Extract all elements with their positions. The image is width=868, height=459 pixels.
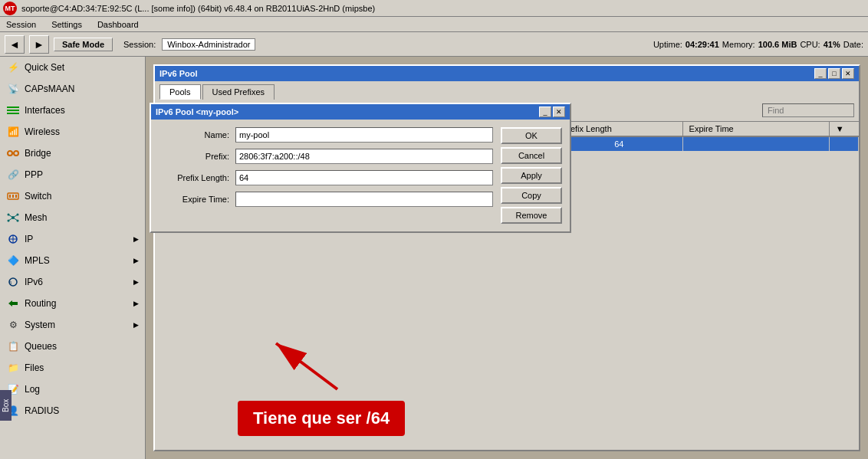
main-layout: ⚡ Quick Set 📡 CAPsMAAN Interfaces 📶 Wire… [0, 57, 868, 459]
svg-rect-0 [7, 107, 19, 108]
arrow-annotation: Tiene que ser /64 [238, 401, 405, 436]
minimize-button[interactable]: _ [814, 68, 827, 79]
annotation-text: Tiene que ser /64 [238, 401, 405, 436]
svg-text:6: 6 [9, 280, 12, 285]
prefix-input[interactable] [235, 149, 493, 164]
safe-mode-button[interactable]: Safe Mode [54, 38, 113, 51]
col-prefix-length[interactable]: Prefix Length [555, 122, 682, 136]
sidebar-item-ppp[interactable]: 🔗 PPP [0, 164, 145, 185]
svg-point-4 [14, 151, 18, 156]
system-arrow-icon: ▶ [133, 321, 139, 329]
sidebar-item-quick-set[interactable]: ⚡ Quick Set [0, 57, 145, 78]
ipv6-pool-title-bar: IPv6 Pool _ □ ✕ [155, 66, 859, 81]
close-button[interactable]: ✕ [842, 68, 854, 79]
apply-button[interactable]: Apply [501, 167, 562, 184]
mesh-icon [6, 211, 20, 225]
name-label: Name: [159, 130, 235, 139]
app-logo: MT [3, 2, 17, 15]
sidebar-item-label: RADIUS [25, 405, 59, 416]
svg-line-15 [8, 215, 13, 218]
sidebar-item-queues[interactable]: 📋 Queues [0, 336, 145, 357]
cancel-button[interactable]: Cancel [501, 147, 562, 164]
sidebar-item-label: CAPsMAAN [25, 84, 74, 94]
session-label: Session: [123, 40, 156, 49]
ipv6-arrow-icon: ▶ [133, 278, 139, 286]
col-expire-time[interactable]: Expire Time [682, 122, 829, 136]
queues-icon: 📋 [6, 339, 20, 353]
tab-pools[interactable]: Pools [159, 84, 201, 100]
sidebar-item-label: Interfaces [25, 105, 65, 116]
sidebar-item-files[interactable]: 📁 Files [0, 357, 145, 379]
menu-dashboard[interactable]: Dashboard [94, 19, 142, 30]
prefix-label: Prefix: [159, 152, 235, 161]
prefix-length-input[interactable] [235, 170, 493, 185]
ipv6-pool-dialog: IPv6 Pool <my-pool> _ ✕ Name: Prefix: [150, 103, 571, 233]
forward-button[interactable]: ► [29, 35, 49, 54]
sidebar-item-mpls[interactable]: 🔷 MPLS ▶ [0, 250, 145, 271]
top-bar: MT soporte@C4:AD:34:7E:92:5C (L... [some… [0, 0, 868, 17]
sidebar-item-ip[interactable]: IP ▶ [0, 228, 145, 250]
svg-rect-1 [7, 110, 19, 111]
dialog-minimize-button[interactable]: _ [539, 107, 551, 117]
sidebar-item-mesh[interactable]: Mesh [0, 207, 145, 228]
remove-button[interactable]: Remove [501, 207, 562, 224]
uptime-value: 04:29:41 [686, 40, 719, 49]
sidebar-item-capsman[interactable]: 📡 CAPsMAAN [0, 78, 145, 100]
prefix-length-label: Prefix Length: [159, 173, 235, 182]
expire-time-input[interactable] [235, 192, 493, 207]
memory-value: 100.6 MiB [758, 40, 797, 49]
row-prefix-length: 64 [555, 136, 682, 151]
capsman-icon: 📡 [6, 82, 20, 96]
menu-bar: Session Settings Dashboard [0, 17, 868, 32]
toolbar: ◄ ► Safe Mode Session: Winbox-Administra… [0, 32, 868, 57]
dialog-body: Name: Prefix: Prefix Length: Expire Time… [151, 120, 570, 231]
field-row-expire-time: Expire Time: [159, 192, 493, 207]
tab-used-prefixes[interactable]: Used Prefixes [202, 84, 275, 100]
back-button[interactable]: ◄ [5, 35, 25, 54]
sidebar-item-label: Files [25, 362, 44, 373]
find-input[interactable] [762, 103, 854, 117]
ipv6-pool-title: IPv6 Pool [159, 69, 198, 78]
files-icon: 📁 [6, 361, 20, 375]
dialog-close-button[interactable]: ✕ [553, 107, 565, 117]
dialog-controls: _ ✕ [539, 107, 565, 117]
sidebar-item-wireless[interactable]: 📶 Wireless [0, 121, 145, 143]
menu-settings[interactable]: Settings [48, 19, 85, 30]
ip-icon [6, 232, 20, 246]
sidebar-item-switch[interactable]: Switch [0, 185, 145, 207]
routing-arrow-icon: ▶ [133, 300, 139, 307]
sidebar-item-ipv6[interactable]: 6 IPv6 ▶ [0, 271, 145, 293]
dialog-fields: Name: Prefix: Prefix Length: Expire Time… [159, 127, 493, 224]
window-controls: _ □ ✕ [814, 68, 854, 79]
tab-bar: Pools Used Prefixes [155, 81, 859, 100]
svg-rect-2 [7, 113, 19, 114]
cpu-label: CPU: [800, 40, 820, 49]
svg-line-17 [8, 218, 13, 221]
sidebar-item-interfaces[interactable]: Interfaces [0, 100, 145, 121]
sidebar-item-routing[interactable]: Routing ▶ [0, 293, 145, 314]
field-row-prefix: Prefix: [159, 149, 493, 164]
sidebar-item-bridge[interactable]: Bridge [0, 143, 145, 164]
memory-label: Memory: [722, 40, 755, 49]
row-expire-time [682, 136, 829, 151]
sidebar-item-label: Bridge [25, 148, 51, 159]
arrow-svg [261, 336, 353, 397]
svg-rect-7 [9, 195, 11, 198]
sidebar-item-log[interactable]: 📝 Log [0, 379, 145, 400]
svg-rect-8 [12, 195, 14, 198]
content-area: IPv6 Pool _ □ ✕ Pools Used Prefixes + − [146, 57, 868, 459]
maximize-button[interactable]: □ [828, 68, 840, 79]
expire-time-label: Expire Time: [159, 195, 235, 204]
status-bar: Uptime: 04:29:41 Memory: 100.6 MiB CPU: … [653, 40, 863, 49]
menu-session[interactable]: Session [3, 19, 39, 30]
ok-button[interactable]: OK [501, 127, 562, 144]
sidebar-item-label: Routing [25, 298, 56, 309]
cpu-value: 41% [824, 40, 840, 49]
sidebar-item-system[interactable]: ⚙ System ▶ [0, 314, 145, 336]
side-label: Box [0, 390, 12, 421]
name-input[interactable] [235, 127, 493, 143]
sidebar-item-radius[interactable]: 👤 RADIUS [0, 400, 145, 421]
copy-button[interactable]: Copy [501, 187, 562, 204]
col-dropdown[interactable]: ▼ [829, 122, 858, 136]
sidebar-item-label: Quick Set [25, 62, 64, 73]
